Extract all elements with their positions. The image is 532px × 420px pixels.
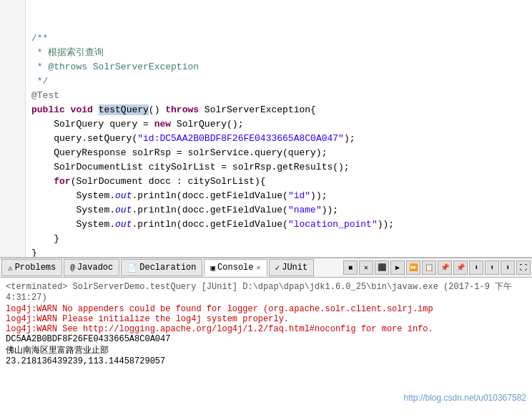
console-terminated: <terminated> SolrServerDemo.testQuery [J…: [6, 280, 526, 303]
tab-toolbar: ■ ✕ ⬛ ▶ ⏩ 📋 📌 📌 ⬇ ⬆ ⬇ ⛶: [343, 260, 531, 275]
line-numbers: [0, 0, 26, 257]
code-line: /**: [31, 31, 526, 46]
code-line: query.setQuery("id:DC5AA2B0BDF8F26FE0433…: [31, 132, 526, 146]
console-close-icon[interactable]: ✕: [257, 263, 261, 272]
javadoc-icon: @: [70, 263, 75, 272]
code-line: * 根据索引查询: [31, 46, 526, 60]
console-line-2: 佛山南海区里富路营业止部: [6, 344, 526, 356]
code-line: * @throws SolrServerException: [31, 60, 526, 74]
toolbar-btn-3[interactable]: ⬛: [375, 260, 389, 275]
code-line: */: [31, 74, 526, 89]
code-line: }: [31, 246, 526, 257]
code-line: System.out.println(docc.getFieldValue("i…: [31, 189, 526, 203]
toolbar-btn-1[interactable]: ■: [343, 260, 358, 275]
code-line: @Test: [31, 89, 526, 103]
tab-javadoc[interactable]: @ Javadoc: [64, 259, 119, 276]
toolbar-btn-5[interactable]: ⏩: [406, 260, 420, 275]
declaration-icon: 📄: [127, 263, 137, 273]
console-warn-3: log4j:WARN See http://logging.apache.org…: [6, 324, 526, 334]
code-line: SolrQuery query = new SolrQuery();: [31, 117, 526, 132]
tab-declaration-label: Declaration: [139, 263, 196, 273]
code-line: System.out.println(docc.getFieldValue("l…: [31, 218, 526, 232]
toolbar-btn-6[interactable]: 📋: [422, 260, 436, 275]
code-line: }: [31, 232, 526, 246]
toolbar-btn-10[interactable]: ⬆: [485, 260, 499, 275]
tab-bar: ⚠ Problems @ Javadoc 📄 Declaration ▣ Con…: [0, 258, 532, 278]
problems-icon: ⚠: [8, 263, 13, 273]
toolbar-btn-9[interactable]: ⬇: [469, 260, 483, 275]
toolbar-btn-4[interactable]: ▶: [390, 260, 405, 275]
console-line-3: 23.218136439239,113.14458729057: [6, 356, 526, 366]
console-warn-2: log4j:WARN Please initialize the log4j s…: [6, 314, 526, 324]
watermark: http://blog.csdn.net/u010367582: [404, 393, 526, 403]
code-line: System.out.println(docc.getFieldValue("n…: [31, 203, 526, 218]
tab-console-label: Console: [217, 263, 253, 273]
horizontal-scrollbar[interactable]: [0, 257, 532, 258]
toolbar-btn-11[interactable]: ⬇: [501, 260, 515, 275]
toolbar-btn-8[interactable]: 📌: [453, 260, 468, 275]
code-content[interactable]: /** * 根据索引查询 * @throws SolrServerExcepti…: [26, 0, 532, 257]
code-editor: /** * 根据索引查询 * @throws SolrServerExcepti…: [0, 0, 532, 258]
tab-javadoc-label: Javadoc: [77, 263, 113, 273]
toolbar-btn-expand[interactable]: ⛶: [516, 260, 531, 275]
toolbar-btn-2[interactable]: ✕: [359, 260, 373, 275]
tab-declaration[interactable]: 📄 Declaration: [121, 259, 202, 276]
console-icon: ▣: [210, 263, 215, 273]
tab-problems[interactable]: ⚠ Problems: [1, 259, 62, 276]
tab-problems-label: Problems: [15, 263, 56, 273]
tab-console[interactable]: ▣ Console ✕: [204, 259, 267, 276]
console-output: <terminated> SolrServerDemo.testQuery [J…: [0, 278, 532, 409]
console-warn-1: log4j:WARN No appenders could be found f…: [6, 304, 526, 314]
code-line: public void testQuery() throws SolrServe…: [31, 103, 526, 117]
toolbar-btn-7[interactable]: 📌: [438, 260, 452, 275]
code-line: for(SolrDocument docc : citySolrList){: [31, 175, 526, 189]
junit-icon: ✓: [275, 263, 280, 273]
code-line: QueryResponse solrRsp = solrService.quer…: [31, 146, 526, 160]
console-line-1: DC5AA2B0BDF8F26FE0433665A8C0A047: [6, 334, 526, 344]
tab-junit-label: JUnit: [282, 263, 307, 273]
code-line: SolrDocumentList citySolrList = solrRsp.…: [31, 160, 526, 175]
tab-junit[interactable]: ✓ JUnit: [269, 259, 315, 276]
